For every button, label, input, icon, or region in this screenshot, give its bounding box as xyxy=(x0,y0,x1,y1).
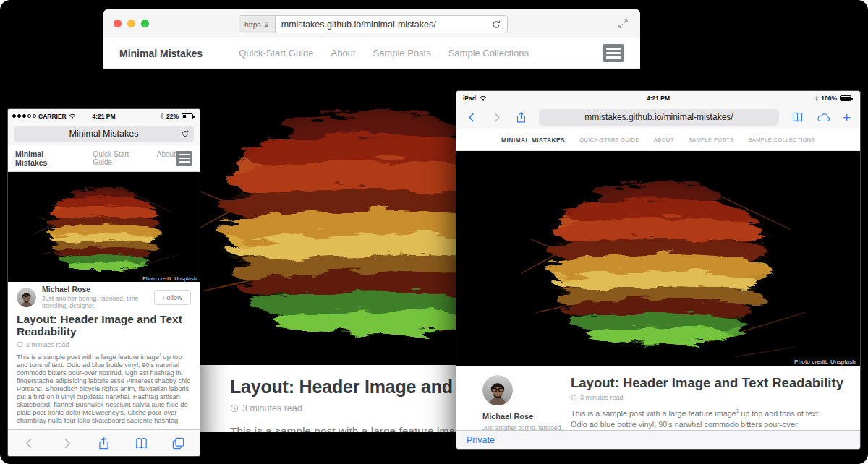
site-title-link[interactable]: Minimal Mistakes xyxy=(15,150,74,167)
post-paragraph: This is a sample post with a large featu… xyxy=(571,408,827,430)
nav-item-quick-start-guide[interactable]: Quick-Start Guide xyxy=(579,137,639,143)
battery-icon xyxy=(182,113,193,119)
site-nav: Quick-Start Guide About Sample Posts Sam… xyxy=(239,48,529,59)
battery-percent: 22% xyxy=(166,113,179,120)
avatar xyxy=(482,375,513,405)
bookmarks-button[interactable] xyxy=(791,111,804,124)
bluetooth-icon xyxy=(814,95,819,102)
read-time: 3 minutes read xyxy=(580,394,624,401)
carrier-label: CARRIER xyxy=(38,113,67,120)
page-title-text[interactable]: Minimal Mistakes xyxy=(69,129,139,139)
site-masthead: Minimal Mistakes Quick-Start Guide About… xyxy=(456,129,860,151)
battery-icon xyxy=(840,95,851,101)
paragraph-text: This is a sample post with a large featu… xyxy=(571,409,736,418)
back-button[interactable] xyxy=(22,437,36,450)
ipad-safari-window: iPad 4:21 PM 100% mmistakes.github.io/mi… xyxy=(456,90,861,450)
share-button[interactable] xyxy=(97,437,111,450)
minimize-window-button[interactable] xyxy=(127,20,135,27)
site-title-link[interactable]: Minimal Mistakes xyxy=(119,48,203,59)
author-bio: Just another boring, tattooed, xyxy=(482,424,549,430)
nav-item-sample-posts[interactable]: Sample Posts xyxy=(373,48,430,59)
https-label: https xyxy=(244,20,261,29)
device-label: iPad xyxy=(463,95,476,102)
leaves-photo xyxy=(8,172,200,282)
iphone-bottom-toolbar xyxy=(8,429,200,456)
tabs-button[interactable] xyxy=(171,437,185,450)
post-paragraph: This is a sample post with a large featu… xyxy=(17,353,191,425)
feature-image: Photo credit: Unsplash xyxy=(8,172,200,282)
wifi-icon xyxy=(480,95,487,101)
author-sidebar: Michael Rose Just another boring, tattoo… xyxy=(482,375,549,430)
photo-credit: Photo credit: Unsplash xyxy=(140,275,200,282)
composite-stage: https mmistakes.github.io/minimal-mistak… xyxy=(0,0,868,464)
iphone-url-row: Minimal Mistakes xyxy=(8,123,200,145)
private-browsing-bar: Private xyxy=(456,430,860,449)
refresh-icon[interactable] xyxy=(491,20,501,30)
nav-item-sample-collections[interactable]: Sample Collections xyxy=(748,137,815,143)
bookmarks-button[interactable] xyxy=(135,437,148,450)
desktop-browser-chrome: https mmistakes.github.io/minimal-mistak… xyxy=(103,9,640,38)
post-content: Michael Rose Just another boring, tattoo… xyxy=(456,366,860,430)
site-nav: Quick-Start Guide About xyxy=(93,150,176,166)
zoom-window-button[interactable] xyxy=(141,20,149,27)
paragraph-text: This is a sample post with a large featu… xyxy=(230,425,467,432)
forward-button[interactable] xyxy=(490,111,503,124)
menu-button[interactable] xyxy=(176,151,192,166)
author-name: Michael Rose xyxy=(42,285,148,293)
post-title: Layout: Header Image and Text Readabilit… xyxy=(571,375,827,391)
author-row: Michael Rose Just another boring, tattoo… xyxy=(17,286,191,308)
new-tab-button[interactable]: + xyxy=(843,111,851,124)
read-time: 3 minutes read xyxy=(26,341,69,348)
refresh-icon[interactable] xyxy=(181,129,190,138)
clock-icon xyxy=(230,404,239,413)
https-badge: https xyxy=(239,16,276,33)
site-masthead: Minimal Mistakes Quick-Start Guide About xyxy=(8,145,200,172)
nav-item-about[interactable]: About xyxy=(331,48,355,59)
post-content: Michael Rose Just another boring, tattoo… xyxy=(8,282,200,429)
site-title-link[interactable]: Minimal Mistakes xyxy=(501,137,565,144)
leaves-photo xyxy=(456,151,860,366)
close-window-button[interactable] xyxy=(114,20,122,27)
bluetooth-icon xyxy=(160,113,164,119)
private-button[interactable]: Private xyxy=(467,435,495,445)
nav-item-about[interactable]: About xyxy=(157,150,176,166)
photo-credit: Photo credit: Unsplash xyxy=(790,357,860,366)
iphone-status-bar: CARRIER 4:21 PM 22% xyxy=(8,109,200,123)
post-meta: 3 minutes read xyxy=(571,394,827,401)
follow-button[interactable]: Follow xyxy=(154,290,191,305)
address-bar[interactable]: mmistakes.github.io/minimal-mistakes/ xyxy=(539,109,779,126)
lock-icon xyxy=(263,21,270,28)
author-bio: Just another boring, tattooed, time trav… xyxy=(42,295,148,309)
menu-button[interactable] xyxy=(603,44,624,62)
icloud-tabs-button[interactable] xyxy=(817,111,830,124)
address-bar[interactable]: Minimal Mistakes xyxy=(14,126,194,142)
clock-icon xyxy=(17,341,23,348)
feature-image: Photo credit: Unsplash xyxy=(456,151,860,366)
nav-item-sample-collections[interactable]: Sample Collections xyxy=(448,48,529,59)
iphone-safari-window: CARRIER 4:21 PM 22% Minimal Mistakes Min… xyxy=(7,108,200,457)
nav-item-quick-start-guide[interactable]: Quick-Start Guide xyxy=(93,150,145,166)
fullscreen-icon[interactable] xyxy=(618,18,629,29)
back-button[interactable] xyxy=(466,111,478,124)
clock-icon xyxy=(571,395,577,401)
battery-percent: 100% xyxy=(821,95,837,102)
ipad-status-bar: iPad 4:21 PM 100% xyxy=(456,91,860,106)
author-name: Michael Rose xyxy=(482,412,549,421)
url-text[interactable]: mmistakes.github.io/minimal-mistakes/ xyxy=(584,112,733,122)
wifi-icon xyxy=(69,113,76,119)
window-controls xyxy=(114,20,149,27)
nav-item-quick-start-guide[interactable]: Quick-Start Guide xyxy=(239,48,313,59)
paragraph-text: up top and tons of text. Odio ad blue bo… xyxy=(17,353,190,424)
share-button[interactable] xyxy=(515,111,527,124)
nav-item-about[interactable]: About xyxy=(654,137,674,143)
url-text[interactable]: mmistakes.github.io/minimal-mistakes/ xyxy=(276,20,491,30)
paragraph-text: This is a sample post with a large featu… xyxy=(17,353,159,361)
forward-button[interactable] xyxy=(60,437,74,450)
address-bar[interactable]: https mmistakes.github.io/minimal-mistak… xyxy=(239,15,508,33)
ipad-toolbar: mmistakes.github.io/minimal-mistakes/ + xyxy=(456,106,860,129)
read-time: 3 minutes read xyxy=(242,403,302,413)
post-title: Layout: Header Image and Text Readabilit… xyxy=(17,313,191,338)
avatar xyxy=(17,288,36,307)
nav-item-sample-posts[interactable]: Sample Posts xyxy=(689,137,734,143)
status-time: 4:21 PM xyxy=(456,95,860,102)
